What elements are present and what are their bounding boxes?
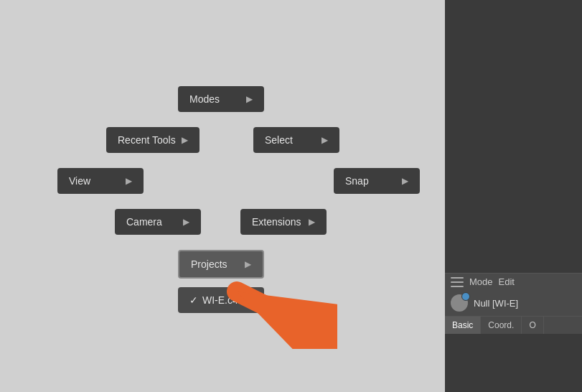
mode-label: Mode (469, 276, 493, 287)
main-area: Modes ▶ Recent Tools ▶ Select ▶ View ▶ S… (0, 0, 445, 392)
submenu-arrow: ▶ (246, 94, 253, 104)
menu-btn-projects[interactable]: Projects ▶ (178, 250, 264, 279)
submenu-arrow: ▶ (245, 259, 251, 269)
null-object-row: Null [WI-E] (445, 290, 582, 316)
right-panel: Mode Edit Null [WI-E] Basic Coord. O (445, 0, 582, 392)
btn-label: Select (265, 134, 293, 146)
menu-btn-camera[interactable]: Camera ▶ (115, 209, 201, 235)
btn-label: Camera (126, 216, 162, 228)
menu-btn-recent-tools[interactable]: Recent Tools ▶ (106, 127, 200, 153)
submenu-arrow: ▶ (182, 135, 188, 145)
tab-coord[interactable]: Coord. (481, 317, 522, 334)
null-object-label: Null [WI-E] (474, 298, 518, 309)
menu-btn-extensions[interactable]: Extensions ▶ (240, 209, 327, 235)
submenu-arrow: ▶ (321, 135, 328, 145)
btn-label: Projects (191, 258, 227, 270)
submenu-arrow: ▶ (402, 176, 408, 186)
btn-label: Modes (189, 93, 220, 105)
tab-other[interactable]: O (522, 317, 543, 334)
toolbar-row: Mode Edit (445, 273, 582, 290)
btn-label: View (69, 175, 90, 187)
hamburger-icon[interactable] (451, 277, 464, 287)
edit-label: Edit (499, 276, 515, 287)
submenu-arrow: ▶ (126, 176, 132, 186)
tab-basic[interactable]: Basic (445, 317, 481, 334)
right-panel-top (445, 0, 582, 273)
tabs-row: Basic Coord. O (445, 316, 582, 334)
checkmark-icon: ✓ (189, 294, 198, 306)
submenu-arrow: ▶ (183, 217, 189, 227)
btn-label: Extensions (252, 216, 301, 228)
null-object-icon (451, 294, 468, 312)
submenu-arrow: ▶ (309, 217, 315, 227)
btn-label: Snap (345, 175, 369, 187)
btn-label: Recent Tools (118, 134, 176, 146)
arrow-pointer (222, 277, 337, 349)
menu-btn-modes[interactable]: Modes ▶ (178, 86, 264, 112)
menu-btn-view[interactable]: View ▶ (57, 168, 144, 194)
menu-btn-select[interactable]: Select ▶ (253, 127, 339, 153)
menu-btn-snap[interactable]: Snap ▶ (334, 168, 420, 194)
